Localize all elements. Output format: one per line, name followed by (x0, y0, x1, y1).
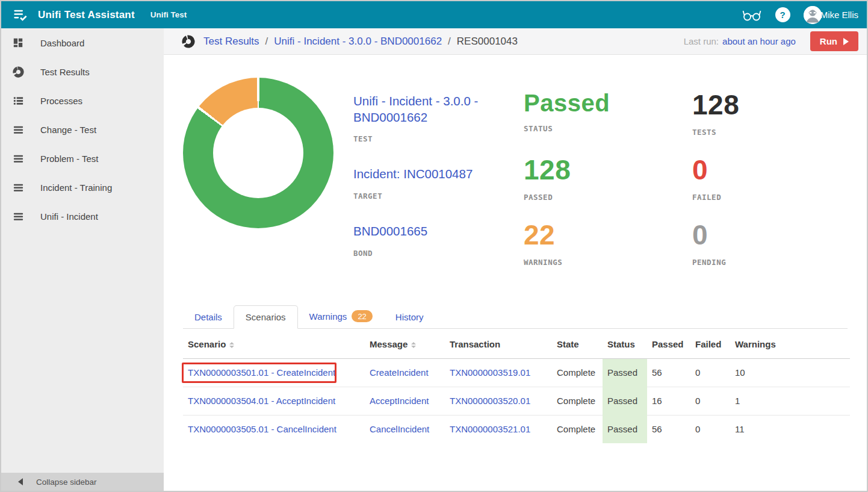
sidebar-item-label: Processes (40, 96, 82, 106)
transaction-cell: TXN0000003521.01 (445, 416, 552, 444)
app-header: Unifi Test Assistant Unifi Test ? (1, 1, 867, 28)
stats-grid: Passed STATUS 128 TESTS 128 PASSED 0 FAI… (524, 78, 861, 288)
sidebar-item-unifi-incident[interactable]: Unifi - Incident (1, 202, 164, 231)
bond-link[interactable]: BND0001665 (353, 223, 524, 240)
test-label: TEST (353, 134, 524, 143)
last-run-link[interactable]: about an hour ago (722, 36, 796, 46)
stat-failed-label: FAILED (692, 193, 861, 202)
stat-passed: 128 PASSED (524, 156, 692, 221)
scenario-link[interactable]: TXN0000003505.01 - CancelIncident (188, 424, 336, 434)
transaction-link[interactable]: TXN0000003519.01 (450, 367, 530, 378)
app-window: Unifi Test Assistant Unifi Test ? (0, 0, 868, 492)
table-row: TXN0000003504.01 - AcceptIncident Accept… (183, 387, 850, 416)
scenario-cell: TXN0000003504.01 - AcceptIncident (183, 387, 365, 416)
message-link[interactable]: AcceptIncident (370, 396, 429, 406)
column-header-message[interactable]: Message (365, 329, 445, 359)
test-info-block: Unifi - Incident - 3.0.0 - BND0001662 TE… (353, 93, 524, 143)
sidebar-item-incident-training[interactable]: Incident - Training (1, 173, 164, 202)
spectate-glasses-icon[interactable] (742, 8, 762, 22)
last-run-area: Last run: about an hour ago Run (684, 31, 858, 51)
lines-icon (12, 124, 24, 135)
scenario-link[interactable]: TXN0000003504.01 - AcceptIncident (188, 396, 335, 406)
warnings-cell: 1 (730, 387, 850, 416)
breadcrumb-bar: Test Results / Unifi - Incident - 3.0.0 … (164, 28, 867, 55)
user-menu[interactable]: Mike Ellis (804, 6, 858, 24)
sort-icon (411, 342, 416, 348)
tab-scenarios[interactable]: Scenarios (234, 305, 298, 329)
collapse-sidebar-button[interactable]: Collapse sidebar (1, 473, 164, 491)
scenario-cell: TXN0000003505.01 - CancelIncident (183, 416, 365, 444)
collapse-sidebar-label: Collapse sidebar (36, 478, 97, 487)
lines-icon (12, 153, 24, 164)
warnings-cell: 10 (730, 359, 850, 387)
failed-cell: 0 (690, 387, 730, 416)
breadcrumb-test-results[interactable]: Test Results (203, 36, 259, 48)
result-summary: Unifi - Incident - 3.0.0 - BND0001662 TE… (164, 55, 867, 288)
test-link[interactable]: Unifi - Incident - 3.0.0 - BND0001662 (353, 93, 524, 125)
column-header-transaction: Transaction (445, 329, 552, 359)
run-button[interactable]: Run (810, 31, 858, 51)
tab-details[interactable]: Details (183, 306, 234, 328)
message-link[interactable]: CreateIncident (370, 367, 429, 378)
stat-pending: 0 PENDING (692, 221, 861, 286)
header-actions: ? Mike Ellis (742, 6, 858, 24)
state-cell: Complete (552, 416, 603, 444)
column-header-state: State (552, 329, 603, 359)
target-link[interactable]: Incident: INC0010487 (353, 166, 524, 182)
breadcrumb-test[interactable]: Unifi - Incident - 3.0.0 - BND0001662 (274, 36, 442, 48)
stat-warnings-value: 22 (524, 221, 692, 249)
tab-label: History (395, 312, 424, 322)
sidebar-item-problem-test[interactable]: Problem - Test (1, 144, 164, 173)
stat-warnings-label: WARNINGS (524, 258, 692, 267)
column-header-failed: Failed (690, 329, 730, 359)
stat-passed-value: 128 (524, 156, 692, 184)
help-icon[interactable]: ? (775, 7, 790, 22)
stat-tests: 128 TESTS (692, 91, 861, 156)
app-title: Unifi Test Assistant (38, 9, 135, 21)
stat-failed: 0 FAILED (692, 156, 861, 221)
breadcrumb-separator: / (448, 36, 451, 48)
play-icon (843, 38, 849, 45)
passed-cell: 56 (647, 359, 690, 387)
stat-status-value: Passed (524, 91, 692, 115)
failed-cell: 0 (690, 359, 730, 387)
message-cell: CreateIncident (365, 359, 445, 387)
column-header-scenario[interactable]: Scenario (183, 329, 365, 359)
stat-tests-label: TESTS (692, 128, 861, 137)
sidebar-item-dashboard[interactable]: Dashboard (1, 28, 164, 57)
bond-label: BOND (353, 249, 524, 258)
target-info-block: Incident: INC0010487 TARGET (353, 166, 524, 201)
breadcrumb-current: RES0001043 (457, 36, 518, 48)
avatar (804, 6, 822, 24)
passed-cell: 56 (647, 416, 690, 444)
sidebar-item-label: Unifi - Incident (40, 211, 98, 222)
status-cell: Passed (603, 387, 647, 416)
sidebar-item-test-results[interactable]: Test Results (1, 57, 164, 86)
transaction-cell: TXN0000003519.01 (445, 359, 552, 387)
message-link[interactable]: CancelIncident (370, 424, 429, 434)
tab-history[interactable]: History (384, 306, 435, 328)
results-donut-chart (183, 78, 333, 228)
breadcrumb-separator: / (265, 36, 268, 48)
transaction-link[interactable]: TXN0000003520.01 (450, 396, 530, 406)
state-cell: Complete (552, 359, 603, 387)
warnings-count-badge: 22 (352, 310, 372, 322)
target-label: TARGET (353, 192, 524, 201)
column-header-warnings: Warnings (730, 329, 850, 359)
failed-cell: 0 (690, 416, 730, 444)
tab-warnings[interactable]: Warnings 22 (298, 304, 384, 328)
transaction-link[interactable]: TXN0000003521.01 (450, 424, 530, 434)
scenario-link[interactable]: TXN0000003501.01 - CreateIncident (188, 367, 335, 378)
column-header-status: Status (603, 329, 647, 359)
table-row: TXN0000003505.01 - CancelIncident Cancel… (183, 416, 850, 444)
sidebar-item-processes[interactable]: Processes (1, 86, 164, 115)
sidebar-item-label: Problem - Test (40, 154, 98, 164)
test-info-column: Unifi - Incident - 3.0.0 - BND0001662 TE… (353, 78, 524, 288)
list-icon (12, 95, 24, 107)
app-logo-icon[interactable] (12, 7, 28, 23)
run-button-label: Run (820, 36, 837, 46)
stat-pending-value: 0 (692, 221, 861, 249)
tab-label: Details (194, 312, 222, 322)
app-subtitle: Unifi Test (150, 10, 187, 19)
sidebar-item-change-test[interactable]: Change - Test (1, 115, 164, 144)
